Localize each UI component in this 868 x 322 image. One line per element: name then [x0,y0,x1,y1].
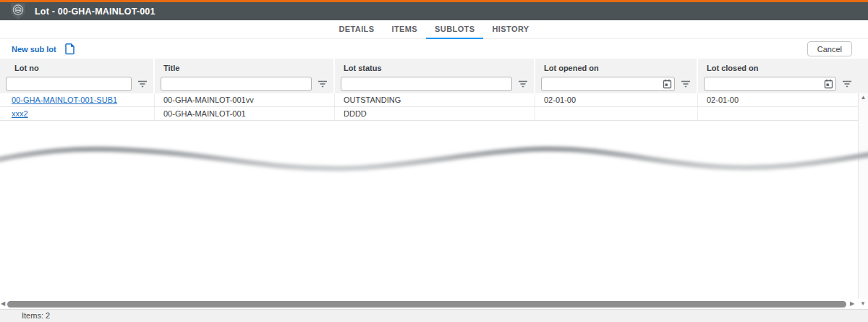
wave-tear-decoration [0,134,868,185]
tab-sublots[interactable]: SUBLOTS [426,20,483,39]
tab-details[interactable]: DETAILS [330,20,383,39]
lot-window: Lot - 00-GHA-MAINLOT-001 DETAILS ITEMS S… [0,0,868,322]
cell-lot-status: DDDD [335,107,535,120]
grid-header: Lot no Title Lot status Lot opened on Lo… [0,59,868,93]
scroll-down-arrow-icon[interactable]: ▼ [860,299,866,309]
filter-cell-title [155,75,335,93]
cell-lot-no: xxx2 [0,107,155,120]
horizontal-scrollbar[interactable]: ◀ ▶ ▼ [0,299,868,309]
lot-link[interactable]: xxx2 [12,109,28,118]
page-title: Lot - 00-GHA-MAINLOT-001 [35,7,156,17]
filter-input-title[interactable] [161,77,312,91]
filter-input-lot-closed-on[interactable] [704,77,836,91]
tab-bar: DETAILS ITEMS SUBLOTS HISTORY [0,20,868,39]
table-row: 00-GHA-MAINLOT-001-SUB1 00-GHA-MAINLOT-0… [0,93,858,107]
column-header-lot-opened-on[interactable]: Lot opened on [535,59,698,75]
cell-lot-closed-on: 02-01-00 [698,93,858,106]
cell-lot-status: OUTSTANDING [335,93,535,106]
calendar-icon[interactable] [824,79,833,92]
new-sublot-button[interactable]: New sub lot [12,43,75,55]
filter-list-icon[interactable] [137,80,148,88]
filter-cell-lot-opened-on [535,75,698,93]
scroll-up-arrow-icon[interactable]: ▲ [859,94,868,101]
filter-row [0,75,868,93]
calendar-icon[interactable] [663,79,672,92]
column-headers-row: Lot no Title Lot status Lot opened on Lo… [0,59,868,75]
toolbar: New sub lot Cancel [0,39,868,59]
filter-input-lot-opened-on[interactable] [541,77,675,91]
items-count: Items: 2 [22,311,50,320]
tab-items[interactable]: ITEMS [383,20,426,39]
cell-lot-no: 00-GHA-MAINLOT-001-SUB1 [0,93,155,106]
cell-title: 00-GHA-MAINLOT-001 [155,107,335,120]
column-header-lot-closed-on[interactable]: Lot closed on [698,59,858,75]
cell-lot-closed-on [698,107,858,120]
filter-list-icon[interactable] [842,80,852,88]
filter-cell-lot-no [0,75,155,93]
table-row: xxx2 00-GHA-MAINLOT-001 DDDD [0,107,858,121]
tab-history[interactable]: HISTORY [483,20,537,39]
filter-list-icon[interactable] [681,80,691,88]
filter-list-icon[interactable] [318,80,328,88]
column-header-lot-no[interactable]: Lot no [0,59,155,75]
app-logo-shield-layers-icon [9,2,27,20]
filter-list-icon[interactable] [518,80,528,88]
vertical-scrollbar[interactable]: ▲ [858,93,868,299]
status-bar: Items: 2 [0,309,868,322]
column-header-title[interactable]: Title [155,59,335,75]
title-bar: Lot - 00-GHA-MAINLOT-001 [0,2,868,20]
cell-lot-opened-on [535,107,698,120]
cell-lot-opened-on: 02-01-00 [535,93,698,106]
lot-link[interactable]: 00-GHA-MAINLOT-001-SUB1 [12,96,117,104]
cancel-button[interactable]: Cancel [807,41,852,56]
scroll-right-arrow-icon[interactable]: ▶ [850,299,854,309]
filter-cell-lot-closed-on [698,75,858,93]
new-sublot-label: New sub lot [12,45,56,54]
column-header-lot-status[interactable]: Lot status [335,59,535,75]
filter-input-lot-status[interactable] [341,77,512,91]
new-document-icon[interactable] [64,43,75,55]
filter-cell-lot-status [335,75,535,93]
horizontal-scrollbar-thumb[interactable] [7,301,846,308]
scroll-left-arrow-icon[interactable]: ◀ [1,299,5,309]
cell-title: 00-GHA-MAINLOT-001vv [155,93,335,106]
filter-input-lot-no[interactable] [6,77,132,91]
grid-rows: 00-GHA-MAINLOT-001-SUB1 00-GHA-MAINLOT-0… [0,93,858,121]
